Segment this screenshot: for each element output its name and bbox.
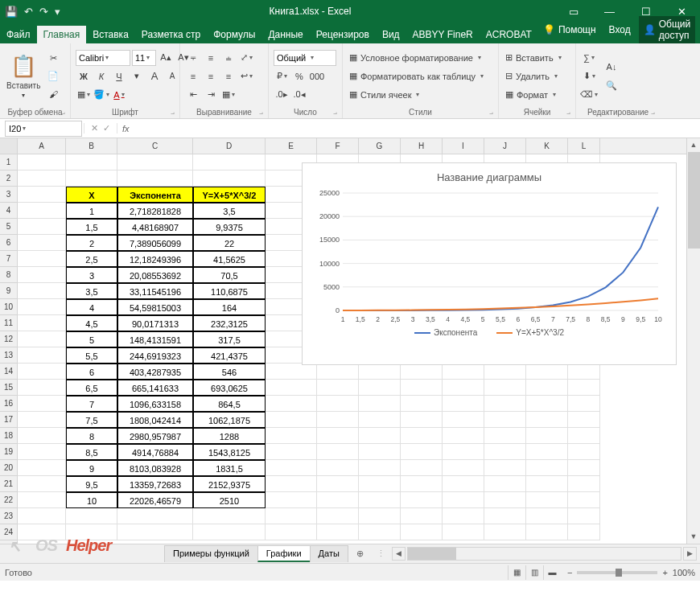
- tab-главная[interactable]: Главная: [37, 26, 87, 43]
- cell-C17[interactable]: 1808,042414: [117, 412, 193, 428]
- cell-D14[interactable]: 546: [193, 364, 266, 380]
- sheet-tab-1[interactable]: Графики: [257, 545, 311, 562]
- cell-F14[interactable]: [317, 364, 359, 380]
- zoom-slider[interactable]: [577, 571, 657, 574]
- cell-A4[interactable]: [18, 203, 66, 219]
- merge-icon[interactable]: ▦: [220, 87, 237, 103]
- fx-icon[interactable]: fx: [117, 124, 134, 134]
- fill-color-icon[interactable]: 🪣: [93, 87, 109, 103]
- col-header-A[interactable]: A: [18, 138, 66, 154]
- vertical-scrollbar[interactable]: ▲ ▼: [686, 138, 700, 544]
- cell-K21[interactable]: [526, 476, 568, 492]
- cell-K20[interactable]: [526, 460, 568, 476]
- tab-acrobat[interactable]: ACROBAT: [480, 26, 538, 43]
- cell-L16[interactable]: [568, 396, 600, 412]
- tab-вид[interactable]: Вид: [376, 26, 406, 43]
- cell-I22[interactable]: [443, 492, 484, 508]
- cell-styles-button[interactable]: ▦Стили ячеек: [348, 87, 485, 103]
- cell-B19[interactable]: 8,5: [66, 444, 117, 460]
- align-right-icon[interactable]: ≡: [220, 68, 237, 84]
- col-header-J[interactable]: J: [484, 138, 526, 154]
- horizontal-scrollbar[interactable]: [407, 547, 681, 561]
- cell-I17[interactable]: [443, 412, 484, 428]
- share-button[interactable]: 👤Общий доступ: [639, 16, 696, 43]
- cell-B6[interactable]: 2: [66, 235, 117, 251]
- cell-G15[interactable]: [359, 380, 401, 396]
- tab-abbyy finer[interactable]: ABBYY FineR: [406, 26, 480, 43]
- col-header-B[interactable]: B: [66, 138, 117, 154]
- zoom-out-icon[interactable]: −: [567, 568, 572, 577]
- cell-J16[interactable]: [484, 396, 526, 412]
- tab-данные[interactable]: Данные: [261, 26, 309, 43]
- cell-L23[interactable]: [568, 508, 600, 524]
- copy-icon[interactable]: 📄: [45, 68, 61, 84]
- cell-K15[interactable]: [526, 380, 568, 396]
- format-painter-icon[interactable]: 🖌: [45, 86, 61, 102]
- cell-F22[interactable]: [317, 492, 359, 508]
- cell-H20[interactable]: [401, 460, 443, 476]
- cell-C4[interactable]: 2,718281828: [117, 203, 193, 219]
- cell-J19[interactable]: [484, 444, 526, 460]
- shrink-font2-icon[interactable]: A: [164, 68, 180, 84]
- insert-cells-button[interactable]: ⊞Вставить: [504, 50, 563, 66]
- cell-B13[interactable]: 5,5: [66, 347, 117, 364]
- cell-H14[interactable]: [401, 364, 443, 380]
- cell-C12[interactable]: 148,4131591: [117, 331, 193, 347]
- bold-button[interactable]: Ж: [76, 68, 92, 84]
- row-header-18[interactable]: 18: [0, 428, 17, 444]
- cell-A11[interactable]: [18, 315, 66, 331]
- grow-font2-icon[interactable]: A: [146, 68, 163, 84]
- cell-A17[interactable]: [18, 412, 66, 428]
- cell-E18[interactable]: [266, 428, 317, 444]
- indent-decrease-icon[interactable]: ⇤: [185, 87, 201, 103]
- cell-J18[interactable]: [484, 428, 526, 444]
- cell-L14[interactable]: [568, 364, 600, 380]
- cell-G17[interactable]: [359, 412, 401, 428]
- cell-J14[interactable]: [484, 364, 526, 380]
- tab-формулы[interactable]: Формулы: [207, 26, 261, 43]
- align-center-icon[interactable]: ≡: [203, 68, 219, 84]
- cell-F19[interactable]: [317, 444, 359, 460]
- row-header-15[interactable]: 15: [0, 380, 17, 396]
- cell-K18[interactable]: [526, 428, 568, 444]
- zoom-level[interactable]: 100%: [673, 568, 695, 577]
- hscroll-right-icon[interactable]: ▶: [683, 547, 697, 561]
- cell-I21[interactable]: [443, 476, 484, 492]
- page-layout-view-icon[interactable]: ▥: [525, 565, 543, 580]
- row-header-14[interactable]: 14: [0, 364, 17, 380]
- cell-E21[interactable]: [266, 476, 317, 492]
- conditional-format-button[interactable]: ▦Условное форматирование: [348, 50, 485, 66]
- row-header-17[interactable]: 17: [0, 412, 17, 428]
- row-header-6[interactable]: 6: [0, 235, 17, 251]
- enter-formula-icon[interactable]: ✓: [103, 123, 110, 134]
- font-color-icon[interactable]: A: [111, 87, 127, 103]
- row-header-2[interactable]: 2: [0, 170, 17, 187]
- cell-D3[interactable]: Y=X+5*X^3/2: [193, 187, 266, 203]
- cell-L22[interactable]: [568, 492, 600, 508]
- cell-C10[interactable]: 54,59815003: [117, 299, 193, 315]
- cell-K16[interactable]: [526, 396, 568, 412]
- cell-J23[interactable]: [484, 508, 526, 524]
- cell-C11[interactable]: 90,0171313: [117, 315, 193, 331]
- cell-G18[interactable]: [359, 428, 401, 444]
- cell-C19[interactable]: 4914,76884: [117, 444, 193, 460]
- row-header-4[interactable]: 4: [0, 203, 17, 219]
- row-header-8[interactable]: 8: [0, 267, 17, 283]
- cell-A21[interactable]: [18, 476, 66, 492]
- normal-view-icon[interactable]: ▦: [508, 565, 525, 580]
- cell-D24[interactable]: [193, 524, 266, 540]
- col-header-L[interactable]: L: [568, 138, 600, 154]
- cell-B14[interactable]: 6: [66, 364, 117, 380]
- border-icon[interactable]: ▦: [76, 87, 92, 103]
- cell-B7[interactable]: 2,5: [66, 251, 117, 267]
- cell-D7[interactable]: 41,5625: [193, 251, 266, 267]
- cell-B21[interactable]: 9,5: [66, 476, 117, 492]
- cell-K19[interactable]: [526, 444, 568, 460]
- cell-G20[interactable]: [359, 460, 401, 476]
- cell-F18[interactable]: [317, 428, 359, 444]
- cell-I20[interactable]: [443, 460, 484, 476]
- cell-B1[interactable]: [66, 154, 117, 170]
- increase-decimal-icon[interactable]: .0▸: [274, 87, 290, 103]
- cell-F20[interactable]: [317, 460, 359, 476]
- cell-B5[interactable]: 1,5: [66, 219, 117, 235]
